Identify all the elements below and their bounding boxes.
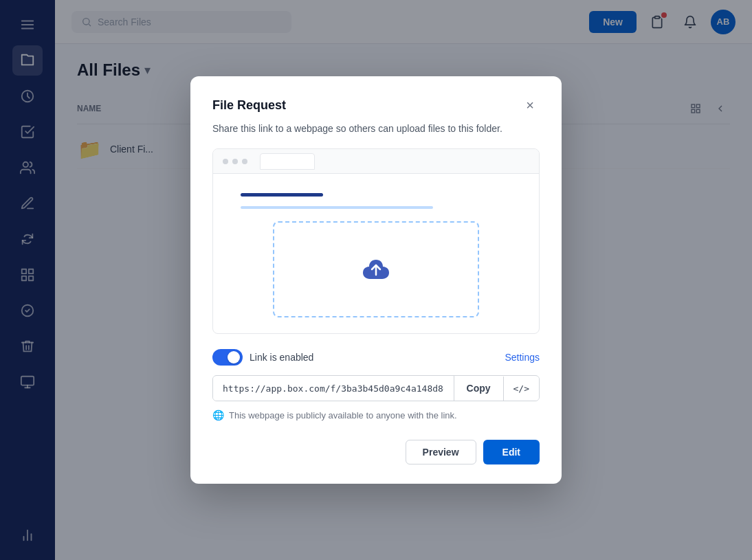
illus-dot-3 — [242, 159, 247, 164]
modal-overlay: File Request × Share this link to a webp… — [0, 0, 752, 560]
file-request-modal: File Request × Share this link to a webp… — [190, 76, 562, 484]
illus-topbar — [213, 149, 539, 174]
illus-line1 — [241, 193, 323, 197]
link-row: Link is enabled Settings — [212, 349, 540, 366]
close-button[interactable]: × — [520, 96, 540, 115]
upload-icon — [358, 250, 394, 289]
link-toggle[interactable] — [212, 349, 243, 366]
modal-title: File Request — [212, 98, 286, 113]
toggle-label: Link is enabled — [250, 352, 313, 363]
public-notice-text: This webpage is publicly available to an… — [229, 410, 457, 421]
illus-dot-1 — [223, 159, 228, 164]
copy-button[interactable]: Copy — [454, 376, 503, 401]
illus-dot-2 — [232, 159, 238, 164]
modal-header: File Request × — [212, 96, 540, 115]
illus-tab — [260, 153, 315, 170]
public-notice: 🌐 This webpage is publicly available to … — [212, 410, 540, 421]
toggle-wrap: Link is enabled — [212, 349, 313, 366]
globe-icon: 🌐 — [212, 410, 224, 421]
illus-body — [213, 174, 539, 334]
embed-button[interactable]: </> — [503, 377, 539, 401]
preview-button[interactable]: Preview — [406, 440, 476, 464]
edit-button[interactable]: Edit — [483, 440, 540, 464]
toggle-knob — [228, 351, 240, 363]
modal-subtitle: Share this link to a webpage so others c… — [212, 122, 540, 136]
modal-footer: Preview Edit — [212, 440, 540, 464]
url-field[interactable] — [213, 377, 454, 401]
illus-dropzone — [273, 221, 479, 317]
settings-link[interactable]: Settings — [505, 352, 540, 363]
url-row: Copy </> — [212, 375, 540, 401]
illus-line2 — [241, 206, 433, 209]
illustration — [212, 148, 540, 334]
